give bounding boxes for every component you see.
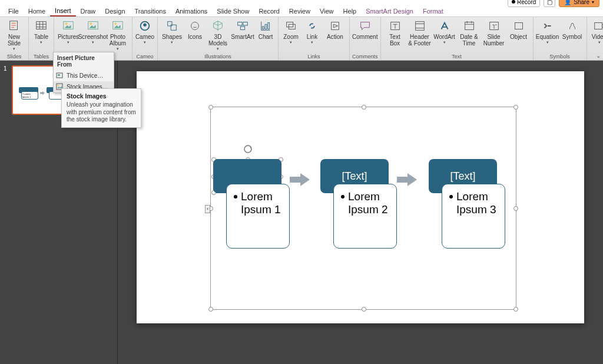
icons-button[interactable]: Icons xyxy=(185,18,205,52)
pictures-this-device-label: This Device… xyxy=(67,72,103,79)
pictures-this-device[interactable]: This Device… xyxy=(54,70,114,81)
rotate-handle-icon[interactable] xyxy=(243,144,253,154)
tab-review[interactable]: Review xyxy=(284,6,315,16)
group-label: Illustrations xyxy=(204,53,231,60)
new-slide-button[interactable]: NewSlide xyxy=(2,18,26,52)
arrow-1 xyxy=(290,173,310,186)
object-icon xyxy=(512,19,525,32)
tab-record[interactable]: Record xyxy=(254,6,284,16)
tooltip-title: Stock Images xyxy=(67,92,136,100)
pictures-label: Pictures xyxy=(58,34,79,40)
smartart-button[interactable]: SmartArt xyxy=(231,18,254,52)
collapse-ribbon-button[interactable]: ⌄ xyxy=(596,52,601,59)
cameo-button[interactable]: Cameo xyxy=(135,18,155,52)
action-button[interactable]: Action xyxy=(323,18,347,52)
text-box-icon xyxy=(389,19,402,32)
slide[interactable]: ‹ Lorem Ipsum 1 [T xyxy=(137,71,584,323)
svg-point-3 xyxy=(65,23,68,25)
cameo-icon xyxy=(138,19,151,32)
link-icon xyxy=(306,19,319,32)
icons-label: Icons xyxy=(188,34,202,40)
tab-view[interactable]: View xyxy=(315,6,339,16)
video-button[interactable]: Video xyxy=(589,18,603,52)
node-3-body[interactable]: Lorem Ipsum 3 xyxy=(442,184,505,249)
text-box-button[interactable]: TextBox xyxy=(383,18,407,52)
table-icon xyxy=(35,19,48,32)
zoom-button[interactable]: Zoom xyxy=(281,18,301,52)
video-label: Video xyxy=(592,34,603,40)
share-label: Share xyxy=(574,0,589,5)
text-box-label: TextBox xyxy=(389,34,400,47)
photo-album-label: PhotoAlbum xyxy=(110,34,126,47)
arrow-2 xyxy=(397,173,417,186)
screenshot-button[interactable]: Screenshot xyxy=(81,18,105,52)
tab-format[interactable]: Format xyxy=(418,6,448,16)
object-label: Object xyxy=(510,34,527,40)
tab-file[interactable]: File xyxy=(4,6,24,16)
node-1-text: Lorem Ipsum 1 xyxy=(241,190,282,216)
tooltip-body: Unleash your imagination with premium co… xyxy=(67,101,136,124)
group-label: Text xyxy=(452,53,462,60)
smartart-selection[interactable]: ‹ Lorem Ipsum 1 [T xyxy=(210,107,516,310)
tab-slide-show[interactable]: Slide Show xyxy=(212,6,254,16)
svg-point-10 xyxy=(191,22,199,30)
pictures-dropdown-header: Insert Picture From xyxy=(54,52,114,70)
tab-design[interactable]: Design xyxy=(100,6,130,16)
record-button[interactable]: Record xyxy=(508,0,540,7)
tab-draw[interactable]: Draw xyxy=(76,6,101,16)
zoom-label: Zoom xyxy=(283,34,299,40)
title-bar: Record ▢ 👤Share▾ xyxy=(0,0,603,6)
date-time-icon xyxy=(463,19,476,32)
smartart-label: SmartArt xyxy=(231,34,254,40)
equation-label: Equation xyxy=(536,34,559,40)
tab-insert[interactable]: Insert xyxy=(50,6,76,16)
chart-button[interactable]: Chart xyxy=(256,18,276,52)
slide-number-button[interactable]: SlideNumber xyxy=(482,18,506,52)
header-footer-icon xyxy=(413,19,426,32)
slide-number-label: 1 xyxy=(4,65,7,72)
record-label: Record xyxy=(517,0,536,5)
symbol-button[interactable]: Symbol xyxy=(561,18,584,52)
smartart-icon xyxy=(236,19,249,32)
new-slide-icon xyxy=(8,19,21,32)
tab-animations[interactable]: Animations xyxy=(171,6,212,16)
shapes-icon xyxy=(165,19,178,32)
group-label: Comments xyxy=(352,53,378,60)
slide-number-icon xyxy=(488,19,501,32)
share-button[interactable]: 👤Share▾ xyxy=(559,0,599,7)
tab-home[interactable]: Home xyxy=(24,6,50,16)
node-1-body[interactable]: Lorem Ipsum 1 xyxy=(226,184,290,249)
photo-album-button[interactable]: PhotoAlbum xyxy=(106,18,130,52)
smartart-node-1[interactable]: Lorem Ipsum 1 xyxy=(213,159,281,193)
ribbon-group-tables: TableTables xyxy=(29,17,54,60)
svg-rect-12 xyxy=(243,22,247,26)
action-icon xyxy=(329,19,342,32)
comment-button[interactable]: Comment xyxy=(353,18,377,52)
table-button[interactable]: Table xyxy=(31,18,51,52)
symbol-label: Symbol xyxy=(562,34,582,40)
node-2-body[interactable]: Lorem Ipsum 2 xyxy=(333,184,397,249)
smartart-node-2[interactable]: [Text] Lorem Ipsum 2 xyxy=(320,159,389,193)
new-slide-label: NewSlide xyxy=(8,34,21,47)
ribbon-group-symbols: EquationSymbolSymbols xyxy=(534,17,587,60)
date-time-button[interactable]: Date &Time xyxy=(458,18,481,52)
equation-icon xyxy=(541,19,554,32)
photo-album-icon xyxy=(111,19,124,32)
tab-help[interactable]: Help xyxy=(339,6,362,16)
shapes-button[interactable]: Shapes xyxy=(160,18,184,52)
smartart-node-3[interactable]: [Text] Lorem Ipsum 3 xyxy=(429,159,497,193)
present-button[interactable]: ▢ xyxy=(544,0,555,7)
tab-transitions[interactable]: Transitions xyxy=(130,6,171,16)
equation-button[interactable]: Equation xyxy=(536,18,559,52)
tab-smartart-design[interactable]: SmartArt Design xyxy=(361,6,418,16)
3d-models-button[interactable]: 3DModels xyxy=(206,18,230,52)
table-label: Table xyxy=(34,34,48,40)
header-footer-button[interactable]: Header& Footer xyxy=(408,18,432,52)
wordart-button[interactable]: WordArt xyxy=(433,18,456,52)
group-label: Slides xyxy=(7,53,22,60)
link-button[interactable]: Link xyxy=(302,18,322,52)
text-pane-toggle[interactable]: ‹ xyxy=(205,205,210,213)
pictures-button[interactable]: Pictures xyxy=(57,18,80,52)
slide-canvas-area[interactable]: ‹ Lorem Ipsum 1 [T xyxy=(118,61,603,364)
object-button[interactable]: Object xyxy=(507,18,531,52)
